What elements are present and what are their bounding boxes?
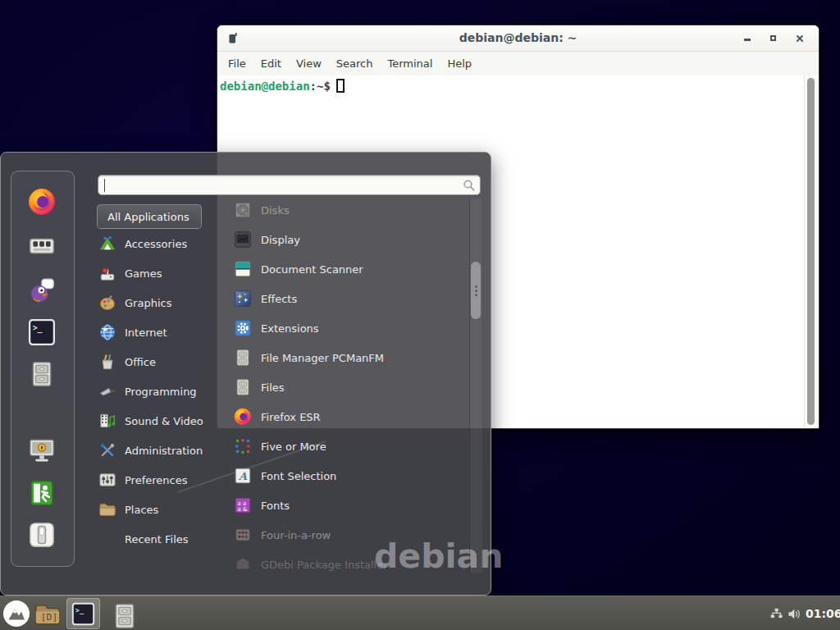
terminal-window-title: debian@debian: ~ [217,31,819,44]
preferences-icon [98,471,116,489]
menu-help[interactable]: Help [440,57,479,70]
app-list-scrollbar-thumb[interactable] [471,262,481,319]
close-button[interactable] [794,33,806,44]
clock[interactable]: 01:06 [806,596,840,630]
five-or-more-icon [234,437,252,455]
shut-down-icon[interactable] [28,521,56,549]
app-fonts[interactable]: Fonts [234,493,463,518]
four-in-a-row-icon [234,526,252,544]
app-label: Fonts [261,500,290,512]
file-cabinet-icon[interactable] [28,360,56,388]
app-label: Files [261,381,285,394]
category-label: Sound & Video [125,415,203,427]
pidgin-icon[interactable] [28,276,56,304]
gdebi-icon [234,555,252,573]
taskbar: 01:06 [0,596,840,630]
menu-button-icon[interactable] [2,600,30,628]
search-icon [463,179,476,192]
search-box[interactable] [98,175,481,195]
category-label: Recent Files [125,533,189,546]
firefox-icon [234,408,252,426]
app-label: Extensions [261,322,319,335]
terminal-icon[interactable] [28,318,56,346]
minimize-button[interactable] [742,33,753,44]
category-graphics[interactable]: Graphics [98,290,228,315]
graphics-icon [98,294,116,312]
app-label: GDebi Package Installer [261,559,388,571]
category-label: Graphics [125,297,171,309]
terminal-prompt-line: debian@debian:~$ [218,75,818,96]
menu-view[interactable]: View [289,57,329,70]
category-games[interactable]: Games [98,261,228,285]
network-icon[interactable] [769,607,783,621]
category-preferences[interactable]: Preferences [98,468,228,492]
internet-globe-icon [98,323,116,341]
app-display[interactable]: Display [234,227,463,252]
app-file-manager-pcmanfm[interactable]: File Manager PCManFM [234,345,463,370]
menu-file[interactable]: File [221,57,253,70]
file-cabinet-icon[interactable] [111,602,139,630]
prompt-suffix: :~$ [310,80,331,93]
category-office[interactable]: Office [98,349,228,374]
category-label: Administration [125,445,203,457]
administration-tools-icon [98,441,116,459]
app-four-in-a-row[interactable]: Four-in-a-row [234,523,463,547]
effects-icon [234,290,252,308]
terminal-titlebar[interactable]: debian@debian: ~ [217,25,819,52]
category-accessories[interactable]: Accessories [98,231,228,256]
category-administration[interactable]: Administration [98,438,228,463]
firefox-icon[interactable] [28,188,56,216]
category-places[interactable]: Places [98,497,228,522]
lock-screen-icon[interactable] [28,436,56,464]
category-programming[interactable]: Programming [98,379,228,404]
app-label: Display [261,234,300,246]
volume-icon[interactable] [787,606,802,622]
app-document-scanner[interactable]: Document Scanner [234,257,463,281]
all-applications-button[interactable]: All Applications [97,204,202,229]
app-extensions[interactable]: Extensions [234,316,463,340]
terminal-icon [71,602,95,626]
app-disks[interactable]: Disks [234,198,463,222]
control-mixer-icon[interactable] [28,232,56,260]
app-firefox-esr[interactable]: Firefox ESR [234,404,463,429]
log-out-icon[interactable] [28,479,56,507]
category-label: Accessories [125,238,187,250]
category-sound-video[interactable]: Sound & Video [98,409,228,433]
app-label: Effects [261,293,297,305]
app-list-scrollbar[interactable] [469,199,483,573]
terminal-menubar: File Edit View Search Terminal Help [217,52,819,76]
disks-icon [234,201,252,219]
terminal-scrollbar-thumb[interactable] [807,78,815,425]
font-selection-icon [234,467,252,485]
category-label: Programming [125,386,197,398]
app-gdebi-package-installer[interactable]: GDebi Package Installer [234,552,463,577]
sound-video-icon [98,412,116,430]
app-effects[interactable]: Effects [234,286,463,311]
category-label: Office [125,356,156,368]
prompt-user-host: debian@debian [220,80,310,93]
all-applications-label: All Applications [107,211,189,223]
search-input[interactable] [103,177,456,193]
category-internet[interactable]: Internet [98,320,228,345]
menu-search[interactable]: Search [329,57,381,70]
app-label: Five or More [261,441,326,453]
places-folder-icon [98,500,116,518]
app-five-or-more[interactable]: Five or More [234,434,463,459]
maximize-button[interactable] [768,33,779,44]
file-manager-folder-icon[interactable] [34,600,62,628]
category-recent-files[interactable]: Recent Files [98,527,228,551]
menu-edit[interactable]: Edit [253,57,289,70]
taskbar-active-terminal[interactable] [66,598,100,629]
favorites-panel [11,171,75,567]
extensions-gear-icon [234,319,252,337]
menu-terminal[interactable]: Terminal [380,57,440,70]
application-menu: debian All Applications Accessories Game… [0,152,491,596]
app-label: Four-in-a-row [261,529,331,541]
app-files[interactable]: Files [234,375,463,399]
document-scanner-icon [234,260,252,278]
accessories-icon [98,235,116,253]
terminal-scrollbar[interactable] [804,75,818,427]
app-label: Font Selection [261,470,336,482]
app-font-selection[interactable]: Font Selection [234,463,463,488]
category-label: Internet [125,326,167,339]
